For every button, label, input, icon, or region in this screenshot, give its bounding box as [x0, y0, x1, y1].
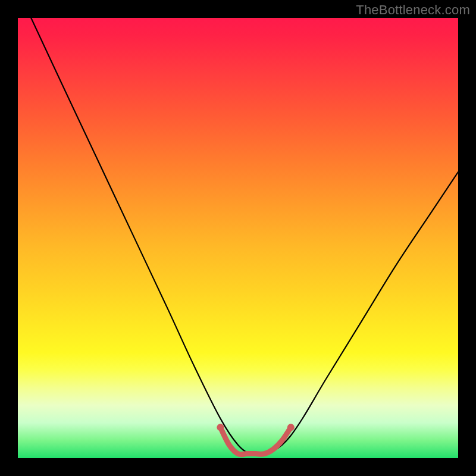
- curve-layer: [18, 18, 458, 458]
- bottom-highlight: [220, 427, 290, 455]
- bottleneck-curve: [31, 18, 458, 455]
- plot-area: [18, 18, 458, 458]
- watermark-text: TheBottleneck.com: [356, 2, 470, 18]
- chart-frame: TheBottleneck.com: [0, 0, 476, 476]
- highlight-end-dot: [287, 424, 295, 431]
- highlight-end-dot: [217, 424, 224, 431]
- bottom-highlight-dots: [217, 424, 294, 431]
